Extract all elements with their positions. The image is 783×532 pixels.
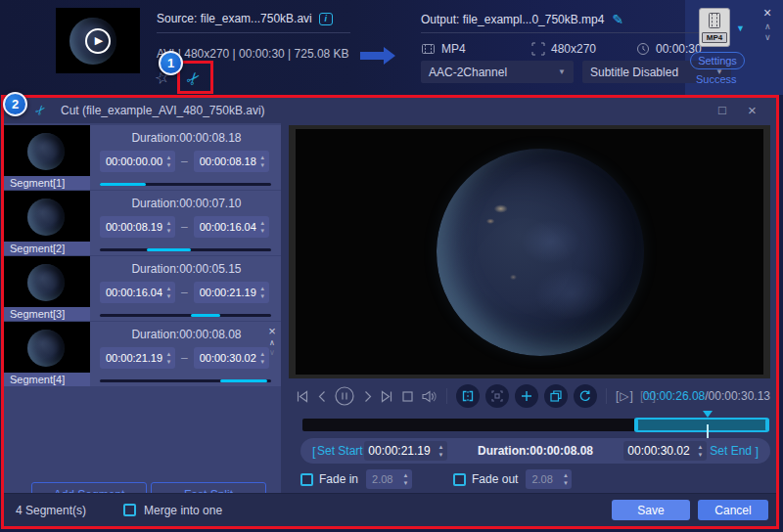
frame-select-button[interactable] — [485, 384, 509, 408]
spinner[interactable]: ▲▼ — [162, 286, 175, 299]
video-screen[interactable] — [296, 129, 763, 375]
reset-button[interactable] — [574, 384, 597, 408]
format-dropdown-icon[interactable]: ▼ — [736, 23, 745, 33]
range-dash: – — [181, 351, 188, 365]
play-segment-button[interactable]: [▷] — [616, 389, 634, 403]
format-badge-label: MP4 — [702, 32, 727, 43]
spinner[interactable]: ▲▼ — [162, 155, 175, 168]
cut-tool-icon[interactable]: ✂ — [182, 66, 207, 90]
segment-row-4[interactable]: Segment[4] Duration:00:00:08.08 ▲▼ – ▲▼ — [4, 322, 281, 386]
spinner[interactable]: ▲▼ — [256, 286, 269, 299]
spinner[interactable]: ▲▼ — [162, 220, 175, 234]
segment-progress-track — [100, 248, 271, 251]
fade-in-checkbox[interactable] — [300, 473, 313, 486]
cancel-button[interactable]: Cancel — [698, 500, 768, 520]
close-icon[interactable]: × — [763, 5, 771, 21]
spinner[interactable]: ▲▼ — [559, 472, 572, 486]
segment-start-input[interactable]: ▲▼ — [100, 347, 175, 369]
arrow-right-icon — [358, 45, 397, 66]
segment-progress-track — [100, 183, 271, 186]
segment-thumbnail — [4, 125, 90, 176]
current-time: 00:00:26.08 — [643, 389, 705, 403]
fade-out-checkbox[interactable] — [453, 473, 466, 486]
next-frame-button[interactable] — [380, 389, 394, 404]
fade-in-duration-input[interactable]: ▲▼ — [366, 469, 412, 489]
timeline-selection[interactable] — [634, 418, 769, 432]
dialog-title: Cut (file_example_AVI_480_750kB.avi) — [61, 104, 265, 117]
add-segment-quick-button[interactable] — [515, 384, 538, 408]
step-forward-button[interactable] — [361, 389, 374, 404]
fade-out-duration-input[interactable]: ▲▼ — [526, 469, 572, 489]
merge-checkbox[interactable] — [123, 504, 136, 516]
maximize-icon[interactable]: □ — [718, 103, 726, 117]
output-title: Output: file_exampl...0_750kB.mp4 ✎ — [421, 12, 623, 27]
timeline-track[interactable] — [302, 419, 769, 431]
player-controls: [▷] [□] 00:00:26.08/00:00:30.13 — [295, 383, 770, 409]
copy-segment-button[interactable] — [544, 384, 568, 408]
split-segment-button[interactable] — [456, 384, 480, 408]
chevron-up-icon[interactable]: ∧ — [764, 22, 771, 31]
pause-button[interactable] — [334, 385, 355, 407]
film-frame-icon — [707, 9, 722, 32]
segment-end-input[interactable]: ▲▼ — [194, 216, 269, 238]
segment-row-3[interactable]: Segment[3] Duration:00:00:05.15 ▲▼ – ▲▼ — [4, 256, 281, 321]
segment-row-1[interactable]: Segment[1] Duration:00:00:08.18 ▲▼ – ▲▼ — [4, 125, 281, 190]
move-down-icon[interactable]: ∨ — [269, 348, 275, 357]
spinner[interactable]: ▲▼ — [694, 444, 707, 458]
trim-start-input[interactable]: ▲▼ — [364, 441, 447, 461]
source-filename: Source: file_exam...750kB.avi — [157, 12, 312, 25]
save-button[interactable]: Save — [612, 500, 690, 520]
range-dash: – — [181, 286, 188, 299]
trim-end-input[interactable]: ▲▼ — [623, 441, 707, 461]
spinner[interactable]: ▲▼ — [162, 351, 175, 365]
annotation-badge-2: 2 — [3, 92, 27, 116]
segment-duration: Duration:00:00:08.08 — [100, 328, 273, 341]
segment-label: Segment[2] — [4, 242, 90, 255]
set-start-button[interactable]: Set Start — [316, 444, 364, 458]
segment-end-input[interactable]: ▲▼ — [194, 347, 269, 369]
close-icon[interactable]: × — [748, 102, 757, 118]
segment-end-input[interactable]: ▲▼ — [194, 151, 269, 172]
merge-label: Merge into one — [144, 504, 222, 517]
segment-progress-track — [100, 314, 271, 317]
segment-start-input[interactable]: ▲▼ — [100, 282, 175, 303]
settings-button[interactable]: Settings — [690, 52, 745, 69]
segments-panel: Segment[1] Duration:00:00:08.18 ▲▼ – ▲▼ — [4, 123, 281, 493]
segment-row-2[interactable]: Segment[2] Duration:00:00:07.10 ▲▼ – ▲▼ — [4, 191, 281, 255]
trim-duration: Duration:00:00:08.08 — [447, 444, 623, 458]
segment-progress-fill — [147, 248, 192, 251]
output-format: MP4 — [421, 42, 531, 56]
source-video-thumbnail[interactable]: ▶ — [56, 8, 140, 73]
step-back-button[interactable] — [315, 389, 328, 404]
spinner[interactable]: ▲▼ — [399, 472, 412, 486]
output-format-badge[interactable]: MP4 — [699, 8, 730, 47]
info-icon[interactable]: i — [319, 13, 333, 25]
segment-end-input[interactable]: ▲▼ — [194, 282, 269, 303]
audio-select[interactable]: AAC-2Channel ▼ — [421, 61, 574, 83]
segment-duration: Duration:00:00:07.10 — [100, 197, 273, 210]
divider — [446, 388, 447, 404]
spinner[interactable]: ▲▼ — [435, 444, 447, 458]
set-end-button[interactable]: Set End — [707, 444, 755, 458]
segment-progress-track — [100, 379, 271, 382]
rename-icon[interactable]: ✎ — [612, 12, 623, 27]
range-dash: – — [181, 220, 188, 234]
previous-frame-button[interactable] — [295, 389, 309, 404]
play-icon[interactable]: ▶ — [85, 28, 111, 54]
segment-start-input[interactable]: ▲▼ — [100, 151, 175, 172]
segment-duration: Duration:00:00:05.15 — [100, 262, 273, 276]
move-up-icon[interactable]: ∧ — [269, 338, 275, 347]
spinner[interactable]: ▲▼ — [256, 155, 269, 168]
volume-button[interactable] — [421, 389, 438, 404]
playhead-marker[interactable] — [703, 411, 713, 418]
fade-options: Fade in ▲▼ Fade out ▲▼ — [300, 469, 572, 489]
spinner[interactable]: ▲▼ — [256, 220, 269, 234]
fade-in-label: Fade in — [319, 472, 358, 486]
fade-out-label: Fade out — [472, 472, 518, 486]
output-meta: MP4 480x270 00:00:30 — [421, 42, 702, 56]
stop-button[interactable] — [400, 389, 415, 404]
playback-time: 00:00:26.08/00:00:30.13 — [643, 389, 770, 403]
chevron-down-icon[interactable]: ∨ — [764, 32, 771, 42]
delete-segment-icon[interactable]: × — [268, 326, 276, 337]
segment-start-input[interactable]: ▲▼ — [100, 216, 175, 238]
